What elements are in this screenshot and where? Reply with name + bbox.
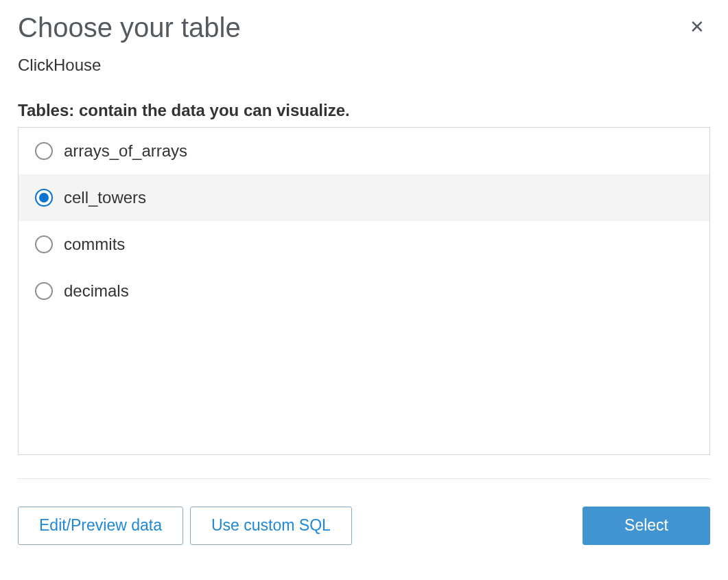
tables-section-label: Tables: contain the data you can visuali… — [18, 101, 710, 120]
table-name-label: decimals — [64, 281, 129, 301]
radio-icon[interactable] — [35, 142, 53, 160]
use-custom-sql-button[interactable]: Use custom SQL — [190, 507, 352, 545]
dialog-title: Choose your table — [18, 12, 241, 43]
table-row[interactable]: commits — [19, 221, 709, 268]
radio-icon[interactable] — [35, 235, 53, 253]
table-row[interactable]: arrays_of_arrays — [19, 128, 709, 174]
radio-icon[interactable] — [35, 189, 53, 207]
table-row[interactable]: decimals — [19, 268, 709, 314]
dialog-footer: Edit/Preview data Use custom SQL Select — [18, 507, 710, 545]
datasource-name: ClickHouse — [18, 56, 710, 75]
edit-preview-button[interactable]: Edit/Preview data — [18, 507, 183, 545]
divider — [18, 478, 710, 479]
table-name-label: arrays_of_arrays — [64, 141, 187, 161]
radio-icon[interactable] — [35, 282, 53, 300]
table-name-label: cell_towers — [64, 188, 146, 207]
close-icon[interactable]: ✕ — [684, 12, 710, 41]
table-row[interactable]: cell_towers — [19, 174, 709, 221]
table-list: arrays_of_arrayscell_towerscommitsdecima… — [18, 127, 710, 455]
select-button[interactable]: Select — [583, 507, 710, 545]
table-name-label: commits — [64, 235, 125, 254]
